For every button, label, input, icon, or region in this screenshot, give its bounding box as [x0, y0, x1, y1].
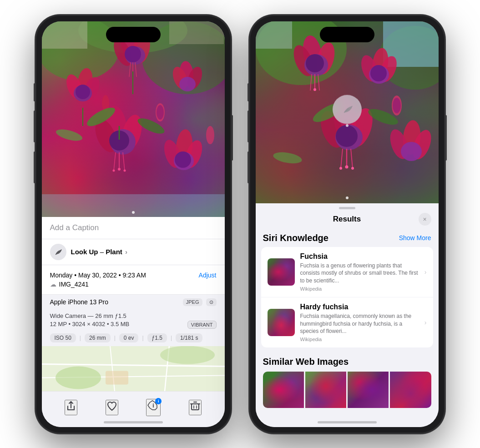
settings-icon: ⊙ [206, 298, 217, 306]
hardy-thumbnail [268, 309, 295, 336]
svg-point-98 [401, 142, 422, 161]
svg-point-104 [346, 196, 349, 199]
right-phone: Results × Siri Knowledge Show More [249, 15, 445, 433]
lookup-icon [50, 244, 66, 260]
dynamic-island-left [106, 27, 161, 42]
spec-pills-row: ISO 50 | 26 mm | 0 ev | ƒ1.5 | 1/181 s [42, 332, 225, 346]
info-badge: i [155, 398, 162, 404]
mute-button-right [248, 83, 249, 101]
left-phone: Add a Caption Look Up – Plant › [35, 15, 231, 433]
svg-point-31 [112, 169, 115, 171]
shutter-pill: 1/181 s [176, 333, 202, 342]
similar-title: Similar Web Images [263, 357, 431, 367]
svg-point-56 [56, 366, 101, 389]
power-button-right [445, 115, 447, 161]
show-more-button[interactable]: Show More [399, 234, 431, 242]
info-button[interactable]: i i [146, 399, 161, 416]
svg-point-57 [160, 346, 215, 364]
similar-image-4[interactable] [390, 372, 431, 408]
leaf-icon [54, 247, 63, 257]
heart-icon [106, 401, 117, 412]
right-photo-area [256, 21, 439, 203]
home-indicator-left [104, 421, 163, 423]
volume-up-button [34, 111, 35, 142]
sheet-handle [339, 207, 355, 209]
similar-image-2[interactable] [305, 372, 346, 408]
svg-point-32 [123, 169, 126, 171]
svg-rect-58 [106, 371, 128, 384]
right-screen-content: Results × Siri Knowledge Show More [256, 21, 439, 427]
volume-down-button-right [248, 151, 249, 183]
fuchsia-source: Wikipedia [300, 286, 419, 292]
fuchsia-description: Fuchsia is a genus of flowering plants t… [300, 262, 419, 285]
volume-up-button-right [248, 111, 249, 142]
filename-text: IMG_4241 [59, 281, 89, 288]
lookup-text: Look Up – Plant › [71, 248, 128, 256]
fuchsia-item[interactable]: Fuchsia Fuchsia is a genus of flowering … [261, 247, 433, 297]
results-title: Results [333, 215, 361, 224]
mp-spec: 12 MP • 3024 × 4032 • 3.5 MB [50, 321, 130, 327]
iso-pill: ISO 50 [50, 333, 76, 342]
volume-down-button [34, 151, 35, 183]
close-button[interactable]: × [419, 213, 431, 226]
lookup-row[interactable]: Look Up – Plant › [42, 239, 225, 265]
svg-point-39 [157, 105, 164, 120]
svg-point-41 [206, 126, 214, 144]
results-header: Results × [256, 213, 439, 227]
svg-point-88 [336, 125, 358, 147]
svg-point-100 [393, 98, 401, 113]
svg-point-93 [339, 167, 342, 170]
filename-row: ☁ IMG_4241 [50, 281, 217, 288]
hardy-fuchsia-item[interactable]: Hardy fuchsia Fuchsia magellanica, commo… [261, 297, 433, 347]
hardy-source: Wikipedia [300, 337, 419, 342]
svg-point-37 [175, 151, 191, 168]
close-icon: × [423, 216, 426, 223]
vibrant-badge: VIBRANT [187, 321, 217, 329]
svg-line-28 [114, 152, 116, 171]
date-text: Monday • May 30, 2022 • 9:23 AM [50, 272, 146, 279]
svg-point-30 [118, 168, 121, 171]
lookup-chevron: › [125, 248, 127, 256]
cloud-icon: ☁ [50, 281, 56, 288]
badge-row: JPEG ⊙ [183, 298, 217, 306]
siri-visual-search-button[interactable] [333, 95, 362, 124]
svg-text:i: i [153, 403, 154, 409]
right-phone-screen: Results × Siri Knowledge Show More [256, 21, 439, 427]
device-name: Apple iPhone 13 Pro [50, 298, 108, 306]
svg-point-49 [132, 211, 135, 214]
ev-pill: 0 ev [119, 333, 139, 342]
aperture-pill: ƒ1.5 [147, 333, 167, 342]
hardy-description: Fuchsia magellanica, commonly known as t… [300, 312, 419, 335]
delete-button[interactable] [189, 400, 202, 415]
hardy-thumb-image [268, 309, 295, 336]
similar-image-3[interactable] [348, 372, 389, 408]
left-screen-content: Add a Caption Look Up – Plant › [42, 21, 225, 427]
similar-image-1[interactable] [263, 372, 304, 408]
svg-rect-4 [169, 21, 224, 44]
device-header: Apple iPhone 13 Pro JPEG ⊙ [42, 295, 225, 310]
jpeg-badge: JPEG [183, 298, 202, 306]
hardy-chevron: › [424, 319, 427, 326]
similar-images-grid [263, 372, 431, 408]
svg-point-83 [370, 65, 387, 81]
flower-photo [42, 21, 225, 217]
home-indicator-right [318, 421, 377, 423]
svg-rect-60 [192, 404, 199, 410]
camera-spec-row: Wide Camera — 26 mm ƒ1.5 12 MP • 3024 × … [42, 310, 225, 332]
svg-point-78 [313, 88, 316, 91]
adjust-button[interactable]: Adjust [199, 272, 217, 279]
dynamic-island-right [320, 27, 374, 42]
svg-point-17 [76, 85, 90, 99]
fuchsia-thumbnail [268, 258, 295, 286]
svg-point-74 [306, 54, 324, 72]
favorite-button[interactable] [106, 400, 118, 415]
photo-info-section: Monday • May 30, 2022 • 9:23 AM Adjust ☁… [42, 265, 225, 295]
fuchsia-name: Fuchsia [300, 252, 419, 261]
siri-knowledge-title: Siri Knowledge [263, 233, 328, 243]
results-content: Siri Knowledge Show More Fuchsia Fuchsia… [256, 227, 439, 427]
caption-field[interactable]: Add a Caption [42, 217, 225, 239]
map-svg [42, 346, 225, 391]
share-button[interactable] [65, 400, 77, 415]
mute-button [34, 83, 35, 101]
svg-point-47 [55, 127, 83, 143]
